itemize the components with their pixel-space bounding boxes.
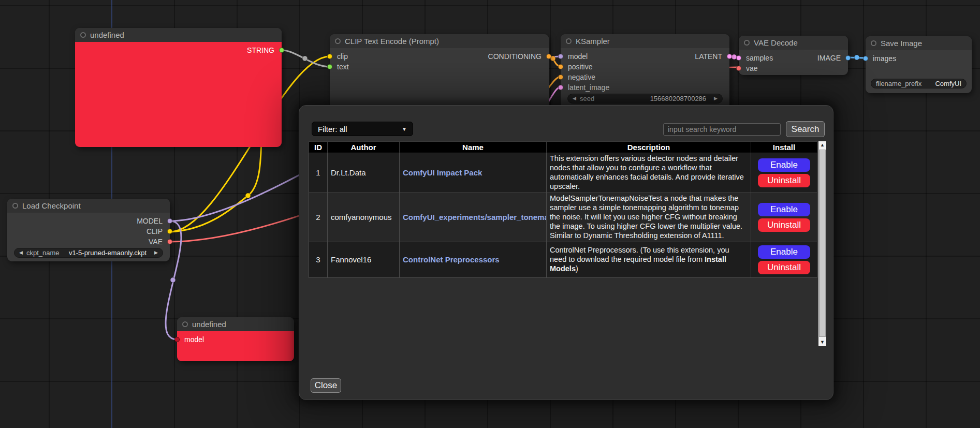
filename-prefix-label: filename_prefix	[876, 80, 922, 87]
search-input[interactable]	[663, 123, 781, 136]
scrollbar-down-arrow-icon[interactable]: ▼	[818, 338, 826, 346]
node-collapse-dot[interactable]	[182, 321, 188, 327]
widget-left-arrow-icon[interactable]: ◀	[573, 94, 576, 104]
node-load-checkpoint[interactable]: Load Checkpoint MODEL CLIP VAE ◀ ckpt_na…	[7, 199, 170, 261]
extension-link[interactable]: ComfyUI Impact Pack	[403, 168, 482, 177]
model-output-dot[interactable]	[167, 218, 172, 224]
node-body: STRING	[75, 42, 282, 147]
node-collapse-dot[interactable]	[744, 40, 750, 46]
input-label-negative: negative	[568, 73, 595, 81]
close-button[interactable]: Close	[311, 378, 341, 393]
node-collapse-dot[interactable]	[871, 40, 876, 46]
node-body: samples IMAGE vae	[739, 50, 848, 73]
description-text: ControlNet Preprocessors. (To use this e…	[550, 246, 729, 263]
widget-right-arrow-icon[interactable]: ▶	[714, 94, 718, 104]
description-text: )	[576, 264, 578, 273]
widget-left-arrow-icon[interactable]: ◀	[19, 248, 23, 258]
input-label-clip: clip	[337, 52, 348, 61]
enable-button[interactable]: Enable	[758, 203, 810, 216]
output-label-vae: VAE	[149, 238, 163, 246]
cell-id: 2	[309, 193, 328, 242]
seed-widget[interactable]: ◀ seed 156680208700286 ▶	[567, 94, 723, 104]
output-label-latent: LATENT	[695, 52, 722, 61]
extension-link[interactable]: ControlNet Preprocessors	[403, 255, 500, 264]
filename-prefix-widget[interactable]: filename_prefix ComfyUI	[871, 79, 967, 88]
model-input-dot[interactable]	[558, 54, 563, 59]
link-dot	[245, 193, 251, 198]
cell-description: This extension offers various detector n…	[547, 153, 751, 193]
header-author: Author	[328, 142, 400, 153]
input-label-images: images	[873, 54, 896, 63]
node-undefined-bottom[interactable]: undefined model	[177, 317, 294, 361]
filter-select-value: Filter: all	[318, 125, 347, 134]
output-label-image: IMAGE	[817, 54, 841, 62]
node-body: model	[177, 331, 294, 361]
model-input-dot[interactable]	[174, 337, 180, 342]
table-scrollbar[interactable]: ▲ ▼	[818, 141, 826, 346]
node-title-bar: undefined	[75, 28, 282, 42]
scrollbar-up-arrow-icon[interactable]: ▲	[818, 141, 826, 149]
cell-id: 1	[309, 153, 328, 193]
output-label-conditioning: CONDITIONING	[488, 52, 542, 61]
filter-select[interactable]: Filter: all ▼	[312, 122, 413, 136]
node-collapse-dot[interactable]	[12, 203, 18, 209]
link-dot	[170, 277, 175, 283]
link-dot	[854, 55, 859, 60]
node-title-bar: VAE Decode	[739, 36, 848, 50]
uninstall-button[interactable]: Uninstall	[758, 174, 810, 187]
graph-canvas[interactable]: undefined STRING CLIP Text Encode (Promp…	[0, 0, 980, 428]
node-vae-decode[interactable]: VAE Decode samples IMAGE vae	[739, 36, 848, 75]
node-title-text: VAE Decode	[754, 38, 798, 47]
node-save-image[interactable]: Save Image images filename_prefix ComfyU…	[866, 36, 972, 93]
samples-input-dot[interactable]	[736, 55, 741, 61]
filename-prefix-value: ComfyUI	[935, 80, 961, 87]
cell-description: ControlNet Preprocessors. (To use this e…	[547, 242, 751, 277]
ckpt-name-value: v1-5-pruned-emaonly.ckpt	[69, 249, 147, 257]
node-title-text: Load Checkpoint	[22, 201, 81, 210]
node-collapse-dot[interactable]	[566, 38, 572, 44]
input-label-samples: samples	[746, 54, 773, 62]
vae-output-dot[interactable]	[167, 239, 172, 244]
search-button[interactable]: Search	[786, 121, 825, 137]
images-input-dot[interactable]	[863, 56, 868, 61]
latent-image-input-dot[interactable]	[558, 85, 563, 90]
scrollbar-thumb[interactable]	[819, 150, 826, 337]
output-label-string: STRING	[247, 46, 274, 54]
extensions-table: ID Author Name Description Install 1 Dr.…	[309, 141, 817, 278]
cell-author: Dr.Lt.Data	[328, 153, 400, 193]
uninstall-button[interactable]: Uninstall	[758, 261, 810, 274]
wire-string-to-text	[282, 50, 330, 67]
enable-button[interactable]: Enable	[758, 158, 810, 172]
string-output-dot[interactable]	[279, 48, 284, 53]
node-undefined-top[interactable]: undefined STRING	[75, 28, 282, 147]
header-description: Description	[547, 142, 751, 153]
clip-output-dot[interactable]	[167, 229, 172, 234]
image-output-dot[interactable]	[845, 55, 851, 61]
input-label-latent-image: latent_image	[568, 83, 609, 92]
uninstall-button[interactable]: Uninstall	[758, 218, 810, 232]
link-dot	[302, 56, 308, 61]
clip-input-dot[interactable]	[327, 54, 332, 59]
header-id: ID	[309, 142, 328, 153]
enable-button[interactable]: Enable	[758, 245, 810, 259]
positive-input-dot[interactable]	[558, 64, 563, 69]
seed-widget-value: 156680208700286	[650, 95, 706, 102]
cell-author: Fannovel16	[328, 242, 400, 277]
ckpt-name-widget[interactable]: ◀ ckpt_name v1-5-pruned-emaonly.ckpt ▶	[14, 248, 163, 258]
widget-right-arrow-icon[interactable]: ▶	[154, 248, 158, 258]
table-header-row: ID Author Name Description Install	[309, 142, 817, 153]
node-collapse-dot[interactable]	[80, 32, 86, 38]
node-collapse-dot[interactable]	[335, 38, 341, 44]
negative-input-dot[interactable]	[558, 75, 563, 80]
table-row: 2 comfyanonymous ComfyUI_experiments/sam…	[309, 193, 817, 242]
text-input-dot[interactable]	[327, 64, 332, 69]
conditioning-output-dot[interactable]	[546, 54, 551, 59]
cell-id: 3	[309, 242, 328, 277]
vae-input-dot[interactable]	[736, 66, 741, 71]
node-title-text: undefined	[90, 31, 124, 39]
cell-install: Enable Uninstall	[751, 242, 817, 277]
node-title-bar: Load Checkpoint	[7, 199, 170, 213]
latent-output-dot[interactable]	[727, 54, 732, 59]
extension-link[interactable]: ComfyUI_experiments/sampler_tonemap	[403, 213, 547, 222]
extensions-table-wrap: ID Author Name Description Install 1 Dr.…	[309, 141, 817, 278]
